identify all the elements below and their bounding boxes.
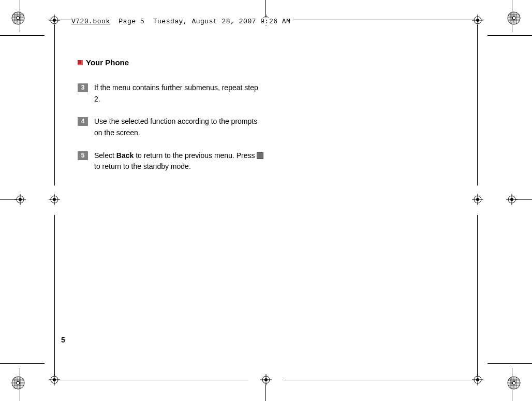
crop-tick (0, 35, 45, 36)
crop-line (477, 25, 478, 185)
registration-mark-icon (11, 11, 25, 25)
step-number: 5 (78, 151, 88, 160)
crosshair-icon (49, 194, 60, 205)
svg-point-23 (512, 17, 515, 20)
step-text-fragment: to return to the previous menu. Press (134, 151, 257, 160)
header-pageinfo: Page 5 (119, 18, 144, 25)
section-bullet-icon (78, 60, 83, 65)
header-datetime: Tuesday, August 28, 2007 9:26 AM (153, 18, 291, 25)
step-text: Select Back to return to the previous me… (94, 150, 264, 173)
crosshair-icon (472, 194, 483, 205)
content-block: Your Phone 3 If the menu contains furthe… (78, 58, 264, 184)
crop-line (48, 380, 248, 380)
svg-point-47 (512, 381, 515, 384)
page-number: 5 (61, 336, 65, 344)
step-text: If the menu contains further submenus, r… (94, 82, 264, 105)
crosshair-icon (49, 374, 60, 385)
step-text-fragment: to return to the standby mode. (94, 162, 191, 170)
crosshair-icon (14, 194, 26, 205)
crosshair-icon (472, 374, 483, 385)
crop-line (54, 25, 55, 185)
end-key-icon (257, 152, 263, 159)
step-text-fragment: Select (94, 151, 116, 160)
crosshair-icon (49, 15, 60, 26)
crop-tick (515, 199, 532, 200)
crop-line (284, 20, 484, 20)
svg-point-35 (17, 381, 20, 384)
step-item: 3 If the menu contains further submenus,… (78, 82, 264, 105)
page-header: V720.book Page 5 Tuesday, August 28, 200… (71, 18, 293, 25)
step-number: 3 (78, 83, 88, 92)
crop-line (265, 384, 266, 401)
crop-tick (0, 363, 45, 364)
step-item: 5 Select Back to return to the previous … (78, 150, 264, 173)
step-text-bold: Back (116, 151, 134, 160)
svg-point-11 (17, 17, 20, 20)
crop-line (284, 380, 484, 380)
section-title-text: Your Phone (86, 58, 129, 67)
step-item: 4 Use the selected function according to… (78, 116, 264, 138)
crop-tick (487, 35, 532, 36)
crop-line (477, 215, 478, 376)
crop-line (54, 215, 55, 376)
registration-mark-icon (507, 11, 521, 25)
registration-mark-icon (507, 376, 521, 390)
crosshair-icon (506, 194, 518, 205)
crosshair-icon (260, 374, 272, 385)
crosshair-icon (472, 15, 483, 26)
registration-mark-icon (11, 376, 25, 390)
step-text: Use the selected function according to t… (94, 116, 264, 138)
step-number: 4 (78, 117, 88, 126)
crop-tick (487, 363, 532, 364)
header-filename: V720.book (71, 18, 110, 25)
section-title: Your Phone (78, 58, 264, 67)
